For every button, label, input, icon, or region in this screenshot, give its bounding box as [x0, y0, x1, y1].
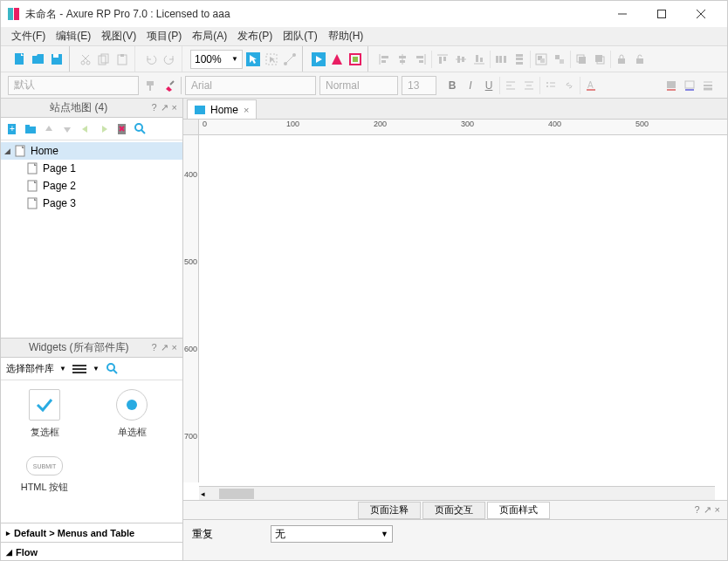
font-family-select[interactable]: Arial [185, 76, 316, 95]
menu-publish[interactable]: 发布(P) [232, 27, 278, 45]
collapse-icon[interactable]: ◢ [4, 147, 15, 155]
distribute-h-icon[interactable] [493, 51, 509, 67]
preview-icon[interactable] [311, 51, 326, 67]
font-size-select[interactable]: 13 [402, 76, 436, 95]
link-icon[interactable] [561, 78, 577, 93]
italic-icon[interactable]: I [463, 78, 478, 93]
text-color-icon[interactable]: A [583, 78, 599, 93]
menu-project[interactable]: 项目(P) [141, 27, 187, 45]
tab-page-interactions[interactable]: 页面交互 [422, 502, 485, 519]
align-right-icon[interactable] [413, 51, 429, 67]
help-icon[interactable]: ? [694, 504, 699, 516]
align-bottom-icon[interactable] [471, 51, 487, 67]
lock-icon[interactable] [614, 51, 629, 67]
menu-view[interactable]: 视图(V) [96, 27, 141, 45]
connector-tool-icon[interactable] [282, 51, 298, 67]
distribute-v-icon[interactable] [512, 51, 527, 67]
sitemap-header: 站点地图 (4) ? ↗ × [1, 99, 182, 118]
horizontal-scrollbar[interactable]: ◂ [199, 486, 715, 500]
undo-icon[interactable] [143, 51, 159, 67]
canvas[interactable] [199, 135, 727, 482]
open-file-icon[interactable] [31, 51, 46, 67]
delete-page-icon[interactable] [114, 121, 130, 137]
close-panel-icon[interactable]: × [172, 342, 177, 353]
accordion-flow[interactable]: ◢ Flow [1, 542, 182, 561]
menu-team[interactable]: 团队(T) [278, 27, 322, 45]
accordion-menus-table[interactable]: ▸ Default > Menus and Table [1, 523, 182, 542]
fill-color-icon[interactable] [663, 78, 679, 93]
selection-tool-icon[interactable] [245, 51, 261, 67]
indent-icon[interactable] [96, 121, 112, 137]
list-view-icon[interactable] [72, 361, 87, 377]
tree-node-page[interactable]: Page 1 [1, 160, 182, 177]
font-weight-select[interactable]: Normal [319, 76, 398, 95]
add-folder-icon[interactable] [23, 121, 38, 137]
copy-icon[interactable] [96, 51, 112, 67]
expand-icon[interactable]: ↗ [161, 102, 168, 113]
align-top-icon[interactable] [435, 51, 450, 67]
tab-home[interactable]: Home × [187, 99, 257, 119]
widget-html-button[interactable]: SUBMIT HTML 按钮 [10, 456, 79, 494]
tab-page-style[interactable]: 页面样式 [487, 502, 550, 519]
library-select-label[interactable]: 选择部件库 [6, 362, 54, 375]
align-left-icon[interactable] [376, 51, 392, 67]
border-color-icon[interactable] [682, 78, 697, 93]
ungroup-icon[interactable] [552, 51, 567, 67]
widget-checkbox[interactable]: 复选框 [10, 389, 79, 439]
help-icon[interactable]: ? [151, 102, 156, 113]
chevron-down-icon[interactable]: ▼ [59, 365, 66, 373]
bring-front-icon[interactable] [573, 51, 589, 67]
paint-format-icon[interactable] [142, 78, 158, 93]
menu-edit[interactable]: 编辑(E) [51, 27, 96, 45]
help-icon[interactable]: ? [151, 342, 156, 353]
maximize-button[interactable] [642, 2, 681, 26]
tree-node-page[interactable]: Page 3 [1, 195, 182, 212]
save-icon[interactable] [49, 51, 65, 67]
close-panel-icon[interactable]: × [715, 504, 720, 516]
scroll-left-icon[interactable]: ◂ [199, 489, 207, 498]
close-tab-icon[interactable]: × [244, 105, 249, 115]
tab-page-notes[interactable]: 页面注释 [358, 502, 421, 519]
close-button[interactable] [681, 2, 720, 26]
publish-share-icon[interactable] [329, 51, 345, 67]
close-panel-icon[interactable]: × [172, 102, 177, 113]
align-center-h-icon[interactable] [395, 51, 410, 67]
repeat-select[interactable]: 无 ▼ [271, 525, 393, 543]
container-select-icon[interactable] [264, 51, 279, 67]
send-back-icon[interactable] [592, 51, 608, 67]
chevron-down-icon[interactable]: ▼ [93, 365, 100, 373]
zoom-select[interactable]: 100% ▼ [190, 50, 243, 69]
cut-icon[interactable] [78, 51, 93, 67]
group-icon[interactable] [533, 51, 549, 67]
bold-icon[interactable]: B [444, 78, 460, 93]
publish-axshare-icon[interactable] [347, 51, 363, 67]
widget-radio[interactable]: 单选框 [97, 389, 167, 439]
underline-icon[interactable]: U [481, 78, 497, 93]
tree-node-home[interactable]: ◢ Home [1, 142, 182, 160]
expand-icon[interactable]: ↗ [704, 504, 711, 516]
minimize-button[interactable] [602, 2, 642, 26]
text-align-center-icon[interactable] [521, 78, 537, 93]
expand-icon[interactable]: ↗ [161, 342, 168, 353]
border-width-icon[interactable] [700, 78, 716, 93]
bullet-list-icon[interactable] [543, 78, 559, 93]
paste-icon[interactable] [114, 51, 130, 67]
search-icon[interactable] [105, 361, 120, 377]
unlock-icon[interactable] [632, 51, 648, 67]
default-style-select[interactable]: 默认 [8, 76, 139, 95]
menu-layout[interactable]: 布局(A) [187, 27, 232, 45]
tree-node-page[interactable]: Page 2 [1, 177, 182, 195]
move-down-icon[interactable] [59, 121, 75, 137]
move-up-icon[interactable] [41, 121, 57, 137]
new-file-icon[interactable] [12, 51, 28, 67]
text-align-left-icon[interactable] [503, 78, 519, 93]
align-middle-icon[interactable] [453, 51, 469, 67]
add-page-icon[interactable]: + [4, 121, 20, 137]
redo-icon[interactable] [161, 51, 177, 67]
menu-file[interactable]: 文件(F) [6, 27, 51, 45]
scroll-thumb[interactable] [219, 489, 254, 499]
brush-icon[interactable] [161, 78, 177, 93]
search-icon[interactable] [133, 121, 148, 137]
outdent-icon[interactable] [78, 121, 93, 137]
menu-help[interactable]: 帮助(H) [323, 27, 369, 45]
